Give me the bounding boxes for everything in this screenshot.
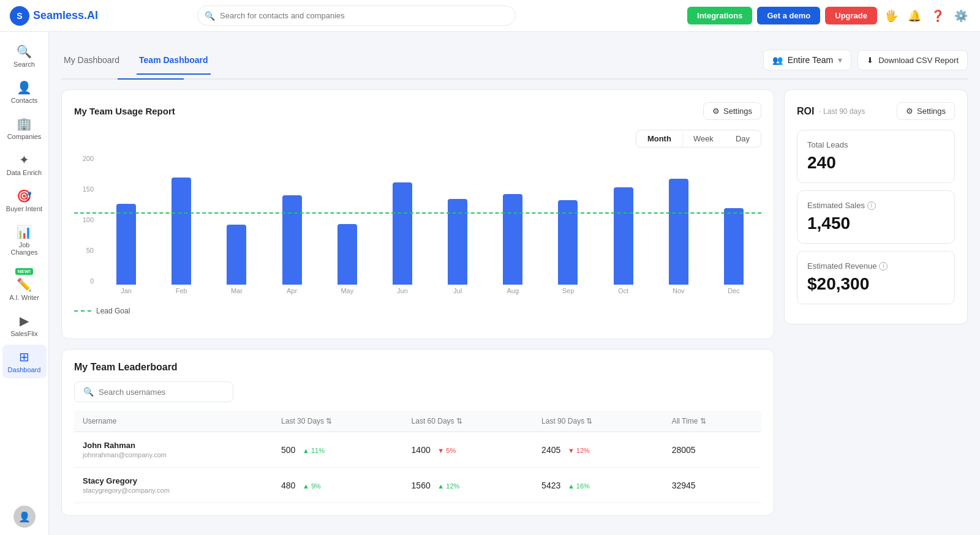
get-demo-button[interactable]: Get a demo [757, 7, 820, 24]
bar-aug[interactable] [503, 194, 522, 285]
bar-feb[interactable] [172, 178, 191, 285]
col-alltime[interactable]: All Time ⇅ [663, 411, 761, 432]
top-nav: S Seamless.AI 🔍 Integrations Get a demo … [0, 0, 980, 32]
bar-oct[interactable] [614, 187, 633, 285]
salesflix-icon: ▶ [20, 313, 29, 328]
bar-dec[interactable] [724, 208, 744, 285]
sidebar-item-search[interactable]: 🔍 Search [2, 39, 47, 73]
roi-settings-button[interactable]: ⚙ Settings [897, 102, 955, 120]
bar-group [209, 155, 264, 285]
alltime-value: 28005 [672, 445, 696, 455]
search-users-icon: 🔍 [83, 387, 94, 397]
bar-mar[interactable] [227, 225, 246, 285]
last90-value: 2405 [541, 445, 560, 455]
bars-container [99, 155, 761, 285]
last30-cell: 500 ▲ 11% [273, 432, 403, 468]
tab-team-dashboard[interactable]: Team Dashboard [137, 47, 211, 75]
total-leads-label: Total Leads [807, 140, 944, 149]
sidebar-item-job-changes[interactable]: 📊 Job Changes [2, 220, 47, 261]
col-last60[interactable]: Last 60 Days ⇅ [403, 411, 533, 432]
search-icon: 🔍 [205, 11, 215, 21]
x-label-may: May [320, 285, 375, 302]
y-label-200: 200 [83, 155, 94, 162]
table-row: Stacy Gregory stacygregory@company.com 4… [74, 468, 761, 503]
last60-value: 1560 [412, 481, 431, 490]
roi-metric-estimated-sales: Estimated Sales i 1,450 [797, 190, 955, 244]
chevron-down-icon: ▾ [838, 55, 842, 65]
period-month-button[interactable]: Month [636, 130, 682, 147]
settings-label: Settings [723, 107, 752, 116]
bell-icon-button[interactable]: 🔔 [905, 7, 924, 25]
sidebar-item-label: Buyer Intent [6, 205, 42, 212]
col-last90[interactable]: Last 90 Days ⇅ [533, 411, 663, 432]
team-selector-icon: 👥 [772, 55, 783, 65]
last30-badge: ▲ 9% [303, 482, 321, 490]
avatar[interactable]: 👤 [13, 506, 36, 528]
x-label-jan: Jan [99, 285, 154, 302]
download-icon: ⬇ [867, 56, 873, 65]
user-email: stacygregory@company.com [83, 487, 264, 494]
sidebar-item-data-enrich[interactable]: ✦ Data Enrich [2, 148, 47, 181]
logo: S Seamless.AI [10, 6, 108, 26]
integrations-button[interactable]: Integrations [687, 7, 752, 24]
sidebar-item-label: Dashboard [8, 366, 41, 373]
contacts-icon: 👤 [17, 80, 32, 95]
period-day-button[interactable]: Day [725, 130, 761, 147]
y-label-0: 0 [90, 277, 94, 285]
sidebar-item-label: Contacts [11, 97, 37, 104]
roi-title-text: ROI [797, 106, 814, 117]
last90-cell: 2405 ▼ 12% [533, 432, 663, 468]
team-selector[interactable]: 👥 Entire Team ▾ [763, 50, 851, 70]
hand-icon-button[interactable]: 🖐 [882, 7, 900, 25]
download-csv-button[interactable]: ⬇ Download CSV Report [858, 50, 968, 70]
roi-card: ROI · Last 90 days ⚙ Settings Total Lead… [784, 89, 968, 324]
y-label-50: 50 [86, 247, 94, 254]
estimated-revenue-value: $20,300 [807, 274, 944, 294]
settings-icon: ⚙ [712, 107, 720, 116]
header-actions: 👥 Entire Team ▾ ⬇ Download CSV Report [763, 50, 968, 70]
upgrade-button[interactable]: Upgrade [825, 7, 877, 24]
global-search: 🔍 [197, 6, 516, 26]
bar-group [540, 155, 595, 285]
bar-chart: 200 150 100 50 0 JanFebMarAp [74, 155, 761, 326]
sidebar-item-contacts[interactable]: 👤 Contacts [2, 75, 47, 109]
user-name: John Rahman [83, 441, 264, 450]
sidebar-item-buyer-intent[interactable]: 🎯 Buyer Intent [2, 184, 47, 217]
bar-group [320, 155, 375, 285]
bar-group [265, 155, 320, 285]
search-users-wrapper: 🔍 [74, 381, 233, 402]
settings-icon-button[interactable]: ⚙️ [952, 7, 970, 25]
sidebar-item-salesflix[interactable]: ▶ SalesFlix [2, 309, 47, 342]
bar-jan[interactable] [116, 204, 136, 285]
bar-may[interactable] [337, 224, 357, 285]
y-label-100: 100 [83, 216, 94, 223]
bar-apr[interactable] [282, 195, 302, 285]
dashboard-icon: ⊞ [19, 350, 29, 364]
leaderboard-card: My Team Leaderboard 🔍 Username Last 30 D… [61, 349, 774, 516]
sidebar: 🔍 Search 👤 Contacts 🏢 Companies ✦ Data E… [0, 32, 49, 535]
ai-writer-icon: ✏️ [17, 277, 32, 292]
sidebar-item-dashboard[interactable]: ⊞ Dashboard [2, 345, 47, 378]
period-week-button[interactable]: Week [682, 130, 725, 147]
bar-group [430, 155, 485, 285]
search-input[interactable] [197, 6, 516, 26]
y-axis: 200 150 100 50 0 [74, 155, 97, 285]
brand-name: Seamless.AI [33, 9, 98, 22]
last90-badge: ▲ 16% [568, 482, 590, 490]
job-changes-icon: 📊 [17, 225, 32, 239]
sidebar-item-companies[interactable]: 🏢 Companies [2, 111, 47, 145]
col-last30[interactable]: Last 30 Days ⇅ [273, 411, 403, 432]
roi-metric-total-leads: Total Leads 240 [797, 130, 955, 183]
content-area: My Team Usage Report ⚙ Settings Month We… [61, 89, 968, 526]
tab-my-dashboard[interactable]: My Dashboard [61, 47, 122, 75]
sidebar-item-label: Job Changes [6, 241, 43, 256]
help-icon-button[interactable]: ❓ [929, 7, 947, 25]
bar-jun[interactable] [393, 182, 412, 285]
search-users-input[interactable] [99, 387, 224, 397]
x-label-feb: Feb [154, 285, 209, 302]
user-email: johnrahman@company.com [83, 451, 264, 458]
usage-settings-button[interactable]: ⚙ Settings [703, 102, 761, 120]
bar-nov[interactable] [669, 179, 688, 285]
last30-cell: 480 ▲ 9% [273, 468, 403, 503]
sidebar-item-ai-writer[interactable]: NEW! ✏️ A.I. Writer [2, 263, 47, 306]
